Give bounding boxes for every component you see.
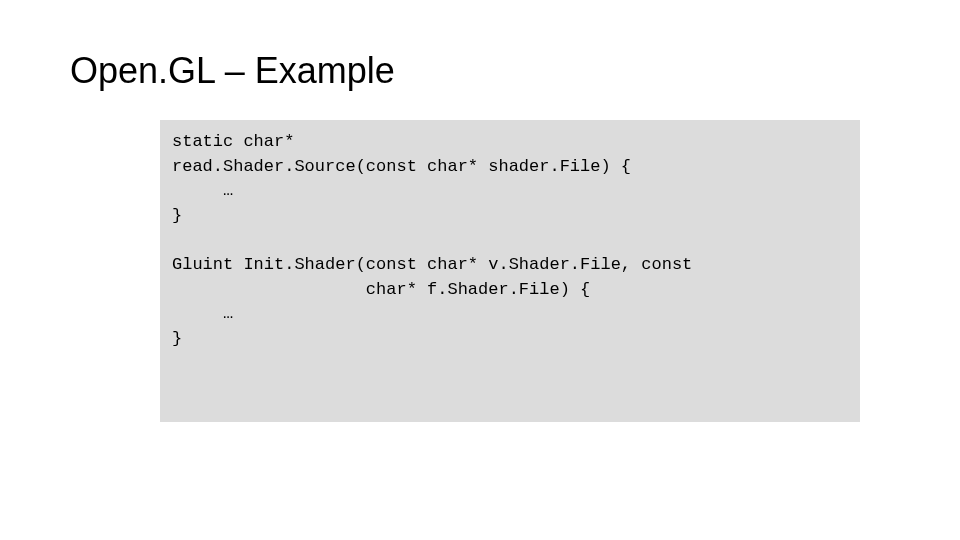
slide: Open.GL – Example static char* read.Shad… — [0, 0, 960, 540]
page-title: Open.GL – Example — [70, 50, 890, 92]
code-line: } — [172, 206, 182, 225]
code-line: } — [172, 329, 182, 348]
code-line: read.Shader.Source(const char* shader.Fi… — [172, 157, 631, 176]
code-line: … — [172, 304, 233, 323]
code-line: Gluint Init.Shader(const char* v.Shader.… — [172, 255, 692, 274]
code-block: static char* read.Shader.Source(const ch… — [160, 120, 860, 422]
code-line: … — [172, 181, 233, 200]
code-line: char* f.Shader.File) { — [172, 280, 590, 299]
code-line: static char* — [172, 132, 294, 151]
